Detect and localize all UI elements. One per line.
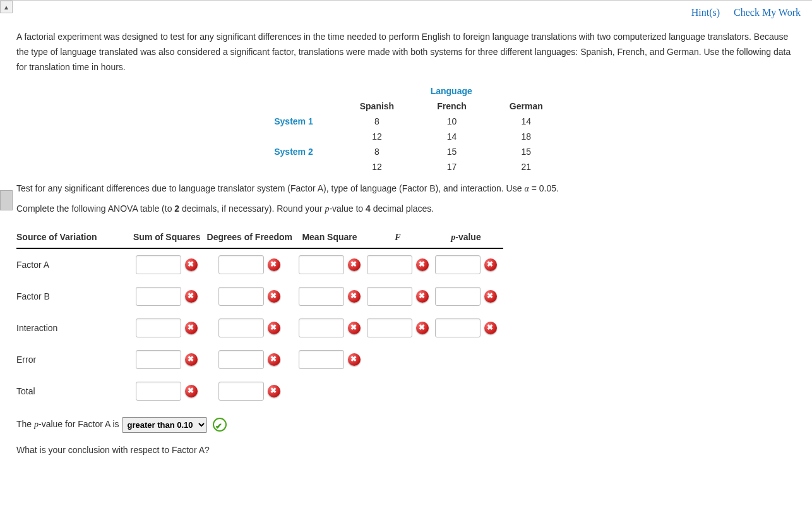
data-cell: 17 bbox=[415, 159, 488, 174]
instruction-2: Complete the following ANOVA table (to 2… bbox=[16, 201, 801, 217]
wrong-icon bbox=[185, 385, 198, 397]
system-blank bbox=[253, 129, 338, 144]
wrong-icon bbox=[416, 290, 429, 303]
scroll-thumb[interactable] bbox=[0, 190, 13, 210]
anova-table: Source of Variation Sum of Squares Degre… bbox=[16, 228, 503, 407]
wrong-icon bbox=[348, 353, 361, 366]
pvalue-factor-a-select[interactable]: greater than 0.10 bbox=[122, 417, 207, 433]
hdr-pvalue: p-value bbox=[435, 228, 503, 248]
hdr-df: Degrees of Freedom bbox=[207, 228, 299, 248]
col-french: French bbox=[415, 99, 488, 114]
data-cell: 10 bbox=[415, 114, 488, 129]
factor-a-f-input[interactable] bbox=[367, 255, 412, 274]
factor-b-f-input[interactable] bbox=[367, 287, 412, 306]
total-df-input[interactable] bbox=[218, 382, 264, 401]
hdr-source: Source of Variation bbox=[16, 228, 133, 248]
data-cell: 12 bbox=[338, 159, 415, 174]
hdr-f: F bbox=[367, 228, 435, 248]
data-cell: 18 bbox=[488, 129, 564, 144]
scroll-up-button[interactable]: ▲ bbox=[0, 1, 13, 13]
hints-link[interactable]: Hint(s) bbox=[691, 7, 720, 18]
wrong-icon bbox=[185, 258, 198, 271]
factor-b-ms-input[interactable] bbox=[299, 287, 344, 306]
question-content: Hint(s) Check My Work A factorial experi… bbox=[13, 1, 812, 471]
data-cell: 8 bbox=[338, 114, 415, 129]
factor-a-df-input[interactable] bbox=[218, 255, 264, 274]
row-factor-a: Factor A bbox=[16, 248, 133, 281]
data-cell: 21 bbox=[488, 159, 564, 174]
interaction-p-input[interactable] bbox=[435, 318, 481, 337]
wrong-icon bbox=[416, 258, 429, 271]
factor-b-ss-input[interactable] bbox=[136, 287, 181, 306]
wrong-icon bbox=[268, 290, 280, 303]
data-table: Language Spanish French German System 1 … bbox=[253, 83, 564, 174]
factor-a-ss-input[interactable] bbox=[136, 255, 181, 274]
row-factor-b: Factor B bbox=[16, 281, 133, 312]
error-ss-input[interactable] bbox=[136, 350, 181, 369]
col-spanish: Spanish bbox=[338, 99, 415, 114]
wrong-icon bbox=[484, 322, 497, 334]
interaction-f-input[interactable] bbox=[367, 318, 412, 337]
pvalue-factor-a-line: The p-value for Factor A is greater than… bbox=[16, 416, 801, 433]
interaction-ms-input[interactable] bbox=[299, 318, 344, 337]
row-error: Error bbox=[16, 344, 133, 375]
data-cell: 14 bbox=[488, 114, 564, 129]
col-german: German bbox=[488, 99, 564, 114]
intro-text: A factorial experiment was designed to t… bbox=[16, 30, 801, 75]
wrong-icon bbox=[348, 290, 361, 303]
check-my-work-link[interactable]: Check My Work bbox=[734, 7, 801, 18]
data-cell: 12 bbox=[338, 129, 415, 144]
data-cell: 8 bbox=[338, 144, 415, 159]
wrong-icon bbox=[185, 353, 198, 366]
wrong-icon bbox=[484, 258, 497, 271]
hdr-ss: Sum of Squares bbox=[133, 228, 207, 248]
instruction-1: Test for any significant differences due… bbox=[16, 181, 801, 197]
wrong-icon bbox=[268, 258, 280, 271]
language-super-header: Language bbox=[338, 83, 564, 99]
error-ms-input[interactable] bbox=[299, 350, 344, 369]
factor-a-ms-input[interactable] bbox=[299, 255, 344, 274]
data-cell: 15 bbox=[415, 144, 488, 159]
data-cell: 15 bbox=[488, 144, 564, 159]
top-links: Hint(s) Check My Work bbox=[16, 7, 801, 18]
wrong-icon bbox=[185, 322, 198, 334]
wrong-icon bbox=[185, 290, 198, 303]
conclusion-factor-a-question: What is your conclusion with respect to … bbox=[16, 442, 801, 459]
factor-b-df-input[interactable] bbox=[218, 287, 264, 306]
interaction-ss-input[interactable] bbox=[136, 318, 181, 337]
system-1-label: System 1 bbox=[253, 114, 338, 129]
system-2-label: System 2 bbox=[253, 144, 338, 159]
system-blank bbox=[253, 159, 338, 174]
correct-icon bbox=[213, 418, 227, 432]
wrong-icon bbox=[484, 290, 497, 303]
wrong-icon bbox=[416, 322, 429, 334]
data-cell: 14 bbox=[415, 129, 488, 144]
wrong-icon bbox=[348, 258, 361, 271]
hdr-ms: Mean Square bbox=[299, 228, 367, 248]
row-total: Total bbox=[16, 375, 133, 407]
error-df-input[interactable] bbox=[218, 350, 264, 369]
wrong-icon bbox=[268, 322, 280, 334]
interaction-df-input[interactable] bbox=[218, 318, 264, 337]
wrong-icon bbox=[348, 322, 361, 334]
wrong-icon bbox=[268, 353, 280, 366]
total-ss-input[interactable] bbox=[136, 382, 181, 401]
factor-a-p-input[interactable] bbox=[435, 255, 481, 274]
row-interaction: Interaction bbox=[16, 312, 133, 344]
wrong-icon bbox=[268, 385, 280, 397]
factor-b-p-input[interactable] bbox=[435, 287, 481, 306]
